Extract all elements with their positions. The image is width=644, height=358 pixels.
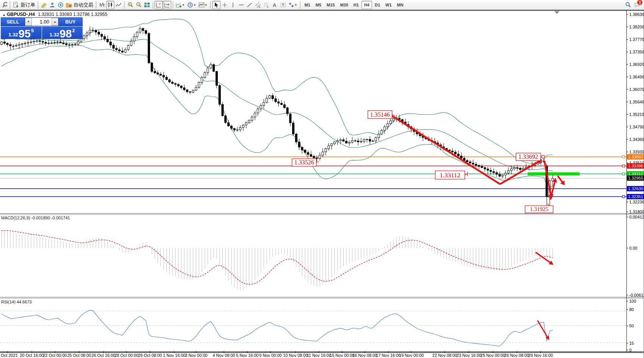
svg-text:1.35146: 1.35146 (370, 111, 390, 118)
svg-text:1.37350: 1.37350 (629, 50, 644, 54)
svg-text:1.36070: 1.36070 (629, 87, 644, 92)
toolbar-grip (95, 1, 97, 9)
svg-text:26 Nov 08:00: 26 Nov 08:00 (504, 353, 529, 358)
timeframe-button-m30[interactable]: M30 (338, 1, 351, 9)
toolbar: 新订单 自动交易 (0, 0, 644, 11)
sell-button[interactable]: SELL (1, 17, 25, 26)
volume-input[interactable] (32, 18, 52, 26)
one-click-panel: SELL ▼ ▲ BUY 1.32 95 5 1.32 98 2 (1, 17, 83, 39)
timeframe-button-h1[interactable]: H1 (351, 1, 361, 9)
auto-trading-icon (66, 2, 72, 8)
buy-price-prefix: 1.32 (50, 32, 59, 38)
svg-text:E: E (259, 6, 260, 8)
text-label-button[interactable]: T (279, 1, 287, 9)
candlestick-chart-button[interactable] (106, 1, 114, 9)
svg-text:26 Oct 16:00: 26 Oct 16:00 (92, 353, 116, 358)
timeframe-button-m1[interactable]: M1 (302, 1, 313, 9)
text-button[interactable]: A (270, 1, 279, 9)
sell-price-big: 95 (19, 29, 31, 39)
svg-text:100: 100 (629, 299, 636, 303)
auto-scroll-button[interactable] (163, 1, 171, 9)
auto-trading-label: 自动交易 (73, 2, 93, 8)
toolbar-grip (37, 1, 39, 9)
svg-text:17 Nov 16:00: 17 Nov 16:00 (376, 353, 400, 358)
svg-text:0.004128: 0.004128 (629, 215, 644, 219)
trendline-button[interactable] (245, 1, 254, 9)
svg-text:20 Oct 16:00: 20 Oct 16:00 (20, 353, 44, 358)
volume-increase-button[interactable]: ▲ (52, 18, 58, 26)
buy-price-big: 98 (59, 29, 72, 39)
timeframe-button-mn[interactable]: MN (394, 1, 406, 9)
crosshair-button[interactable] (220, 1, 229, 9)
period-button[interactable]: ▼ (186, 1, 197, 9)
svg-text:23 Nov 16:00: 23 Nov 16:00 (456, 353, 481, 358)
crayon-icon (41, 2, 47, 8)
profile-button[interactable] (48, 1, 56, 9)
svg-text:1.33526: 1.33526 (294, 159, 314, 166)
svg-text:1.33930: 1.33930 (629, 150, 644, 154)
toolbar-grip (299, 1, 301, 9)
vertical-line-button[interactable] (229, 1, 237, 9)
fibonacci-button[interactable]: F (262, 1, 270, 9)
template-button[interactable]: ▼ (197, 1, 209, 9)
crosshair-style-button[interactable] (40, 1, 48, 9)
chart-shift-button[interactable] (155, 1, 163, 9)
svg-text:1.31925: 1.31925 (530, 206, 549, 212)
svg-text:29 Nov 16:00: 29 Nov 16:00 (528, 353, 553, 358)
sell-price[interactable]: 1.32 95 5 (1, 27, 42, 39)
volume-decrease-button[interactable]: ▼ (25, 18, 32, 26)
toolbar-grip (9, 1, 11, 9)
svg-text:50: 50 (629, 324, 634, 328)
bar-chart-button[interactable] (98, 1, 106, 9)
timeframe-button-h4[interactable]: H4 (361, 1, 372, 9)
horizontal-line-button[interactable] (237, 1, 245, 9)
profile-icon (49, 2, 55, 8)
buy-price-pip: 2 (72, 28, 75, 33)
svg-text:1.33112: 1.33112 (440, 172, 461, 179)
sound-icon (58, 2, 64, 8)
arrows-tool-button[interactable]: ▼ (287, 1, 299, 9)
tile-windows-button[interactable] (143, 1, 151, 9)
search-icon[interactable] (625, 2, 631, 8)
dropdown-caret: ▼ (182, 3, 185, 7)
notification-badge: 1 (637, 0, 643, 5)
svg-text:3 Nov 00:00: 3 Nov 00:00 (185, 353, 207, 358)
chart-title: ▲GBPUSD-,H41.32831 1.33083 1.32786 1.329… (2, 12, 107, 17)
alerts-button[interactable] (56, 1, 65, 9)
cursor-button[interactable] (212, 1, 220, 9)
zoom-out-button[interactable] (134, 1, 143, 9)
svg-text:1.34790: 1.34790 (629, 125, 644, 129)
chart-canvas[interactable]: 1.386301.382001.377701.373501.369201.364… (0, 0, 644, 358)
notifications-button[interactable]: 1 (634, 2, 640, 8)
svg-text:1.34360: 1.34360 (629, 137, 644, 142)
timeframe-toolbar: M1M5M15M30H1H4D1W1MN (302, 1, 406, 9)
zoom-in-button[interactable] (126, 1, 134, 9)
buy-button[interactable]: BUY (58, 17, 83, 26)
svg-text:22 Nov 08:00: 22 Nov 08:00 (432, 353, 457, 358)
svg-text:0.00: 0.00 (629, 246, 637, 250)
svg-text:1.32955: 1.32955 (628, 176, 643, 180)
svg-text:1.33692: 1.33692 (519, 153, 538, 160)
svg-text:25 Nov 00:00: 25 Nov 00:00 (480, 353, 505, 358)
dropdown-caret: ▼ (205, 3, 208, 7)
timeframe-button-m15[interactable]: M15 (324, 1, 337, 9)
svg-text:80: 80 (629, 307, 634, 312)
svg-text:T: T (282, 3, 284, 7)
new-order-button[interactable]: 新订单 (12, 1, 36, 9)
buy-price[interactable]: 1.32 98 2 (42, 27, 83, 39)
svg-text:28 Oct 00:00: 28 Oct 00:00 (115, 353, 139, 358)
auto-trading-button[interactable]: 自动交易 (65, 1, 94, 9)
timeframe-button-w1[interactable]: W1 (383, 1, 394, 9)
equidistant-channel-button[interactable]: E (254, 1, 262, 9)
svg-text:-0.006132: -0.006132 (629, 293, 644, 297)
timeframe-button-d1[interactable]: D1 (372, 1, 383, 9)
svg-text:22 Oct 00:00: 22 Oct 00:00 (43, 353, 67, 358)
add-indicator-button[interactable]: ▼ (175, 1, 186, 9)
dropdown-caret: ▼ (294, 3, 297, 7)
svg-text:1.33692: 1.33692 (628, 155, 643, 159)
toolbar-grip (152, 1, 154, 9)
macd-label: MACD(12,26,9) -0.001890 -0.001741 (1, 216, 70, 220)
svg-text:11 Nov 16:00: 11 Nov 16:00 (307, 353, 331, 358)
line-chart-button[interactable] (114, 1, 123, 9)
timeframe-button-m5[interactable]: M5 (313, 1, 324, 9)
